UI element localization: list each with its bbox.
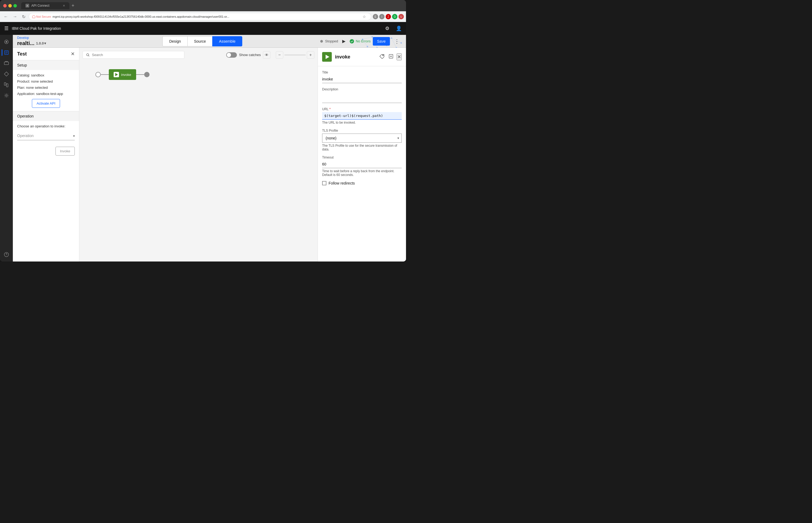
app-title: IBM Cloud Pak for Integration — [12, 26, 61, 31]
eye-button[interactable]: 👁 — [263, 51, 270, 59]
sidebar-item-help[interactable] — [2, 250, 11, 259]
operation-select[interactable]: Operation — [17, 131, 75, 140]
operation-section-body: Choose an operation to invoke: Operation… — [13, 121, 79, 144]
status-dot — [320, 40, 323, 43]
zoom-in-button[interactable]: + — [307, 51, 314, 59]
tls-select[interactable]: (none) — [322, 133, 402, 143]
profile-circle-4[interactable]: U — [398, 14, 404, 19]
sidebar-item-analytics[interactable] — [2, 80, 11, 90]
flow-connector-1 — [101, 74, 109, 75]
sidebar-item-settings[interactable] — [2, 91, 11, 100]
bookmark-button[interactable]: ☆ — [361, 15, 368, 19]
svg-point-1 — [6, 41, 7, 43]
refresh-button[interactable]: ↻ — [20, 13, 27, 20]
profile-circle-3[interactable]: D — [392, 14, 397, 19]
tls-field-group: TLS Profile (none) ▾ The TLS Profile to … — [322, 129, 402, 151]
svg-line-24 — [382, 42, 387, 46]
application-info: Application: sandbox-test-app — [17, 92, 75, 96]
timeout-field-input[interactable] — [322, 160, 402, 168]
svg-line-22 — [363, 39, 367, 47]
test-panel-close-button[interactable]: ✕ — [71, 51, 75, 57]
status-text: Stopped — [325, 39, 338, 43]
new-tab-button[interactable]: + — [72, 3, 75, 8]
tab-favicon: A — [25, 4, 29, 7]
toggle-knob — [227, 53, 231, 57]
play-stop-button[interactable]: ▶ — [340, 38, 347, 45]
minimize-window-button[interactable] — [8, 4, 12, 7]
title-field-input[interactable] — [322, 75, 402, 83]
zoom-slider[interactable] — [284, 54, 306, 55]
activate-api-button[interactable]: Activate API — [32, 99, 60, 108]
flow-start-node — [95, 72, 101, 77]
tab-source[interactable]: Source — [187, 36, 212, 47]
forward-button[interactable]: → — [11, 13, 19, 20]
zoom-out-button[interactable]: − — [276, 51, 283, 59]
show-catches-toggle[interactable] — [226, 52, 237, 58]
title-field-label: Title — [322, 71, 402, 74]
invoke-add-button[interactable] — [388, 53, 395, 61]
browser-tab[interactable]: A API Connect ✕ — [21, 2, 70, 9]
hamburger-menu-button[interactable]: ☰ — [4, 25, 8, 31]
flow-end-node — [144, 72, 150, 77]
tab-design[interactable]: Design — [163, 36, 187, 47]
invoke-panel-close-button[interactable]: ✕ — [397, 53, 402, 60]
extensions-button[interactable]: E — [373, 14, 378, 19]
sidebar-item-manage[interactable] — [2, 58, 11, 68]
title-bar: A API Connect ✕ + — [0, 0, 406, 11]
svg-line-20 — [382, 38, 392, 42]
nav-extras: E I Z D U — [373, 14, 404, 19]
canvas-area: Show catches 👁 − + — [79, 48, 318, 262]
sidebar-item-develop[interactable] — [2, 48, 11, 57]
search-box[interactable] — [82, 51, 184, 59]
timeout-field-group: Timeout Time to wait before a reply back… — [322, 156, 402, 177]
tab-title: API Connect — [31, 4, 49, 7]
app-header: ☰ IBM Cloud Pak for Integration ⚙ 👤 — [0, 22, 406, 35]
back-button[interactable]: ← — [2, 13, 10, 20]
follow-redirects-label: Follow redirects — [328, 181, 355, 185]
operation-instruction: Choose an operation to invoke: — [17, 124, 75, 128]
invoke-play-icon — [326, 55, 329, 59]
test-panel: Test ✕ Setup Catalog: sandbox Product: n… — [13, 48, 79, 262]
url-field-value[interactable]: $(target-url)$(request.path) — [322, 112, 402, 120]
sidebar-item-home[interactable] — [2, 37, 11, 47]
url-field-hint: The URL to be invoked. — [322, 121, 402, 124]
breadcrumb[interactable]: Develop — [17, 36, 29, 40]
invoke-flow-node[interactable]: invoke — [109, 69, 136, 80]
flow-connector-2 — [136, 74, 144, 75]
address-bar[interactable]: Not Secure mgmt.icp-proxy.icp4i-workshop… — [29, 13, 371, 20]
play-triangle — [115, 73, 118, 76]
settings-icon[interactable]: ⚙ — [385, 25, 390, 31]
setup-section-body: Catalog: sandbox Product: none selected … — [13, 70, 79, 111]
api-name-label: realti... — [17, 40, 34, 47]
operation-section: Operation Choose an operation to invoke:… — [13, 111, 79, 156]
invoke-panel: invoke ✕ — [318, 48, 406, 262]
close-tab-button[interactable]: ✕ — [63, 4, 65, 7]
version-badge[interactable]: 1.0.0 ▾ — [36, 41, 46, 45]
status-area: Stopped ▶ — [320, 38, 347, 45]
profile-circle-1[interactable]: I — [379, 14, 384, 19]
tab-assemble[interactable]: Assemble — [212, 36, 242, 47]
product-info: Product: none selected — [17, 79, 75, 84]
toolbar-tabs: Design Source Assemble — [163, 36, 242, 47]
profile-circle-2[interactable]: Z — [385, 14, 391, 19]
invoke-panel-actions: ✕ — [378, 53, 402, 61]
invoke-label-button[interactable] — [378, 53, 385, 61]
follow-redirects-checkbox[interactable] — [322, 181, 326, 185]
description-field-input[interactable] — [322, 92, 402, 103]
svg-line-19 — [372, 37, 382, 42]
sidebar-item-explore[interactable] — [2, 69, 11, 79]
flow-node-label: invoke — [121, 73, 131, 77]
flow-diagram: invoke — [95, 69, 150, 80]
test-title: Test — [17, 51, 27, 57]
show-catches-label: Show catches — [239, 53, 261, 57]
invoke-operation-button[interactable]: Invoke — [55, 147, 75, 156]
search-input[interactable] — [92, 53, 181, 57]
follow-redirects-row: Follow redirects — [322, 181, 402, 185]
maximize-window-button[interactable] — [13, 4, 17, 7]
setup-section-header: Setup — [13, 60, 79, 70]
zoom-controls: − + — [276, 51, 314, 59]
tls-select-wrapper: (none) ▾ — [322, 133, 402, 143]
svg-line-25 — [392, 38, 396, 48]
close-window-button[interactable] — [3, 4, 7, 7]
user-icon[interactable]: 👤 — [396, 25, 402, 31]
